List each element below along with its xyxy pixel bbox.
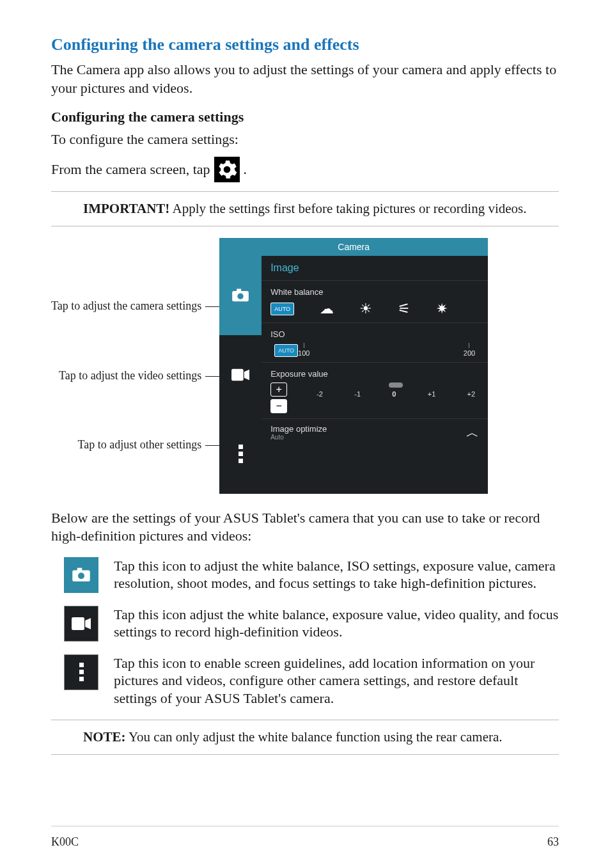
important-body: Apply the settings first before taking p…: [172, 201, 526, 216]
svg-marker-4: [244, 370, 249, 380]
iso-auto-badge[interactable]: AUTO: [274, 344, 298, 357]
ev-p1: +1: [428, 390, 436, 398]
ev-m1: -1: [354, 390, 361, 398]
section-title: Configuring the camera settings and effe…: [51, 35, 559, 54]
ev-p2: +2: [467, 390, 476, 398]
below-text: Below are the settings of your ASUS Tabl…: [51, 509, 559, 546]
incandescent-icon[interactable]: ✷: [436, 301, 448, 317]
sun-icon[interactable]: ☀: [359, 301, 372, 317]
to-configure: To configure the camera settings:: [51, 130, 559, 149]
svg-point-1: [238, 293, 244, 299]
optimize-sub: Auto: [270, 434, 327, 441]
iso-200[interactable]: 200: [464, 349, 475, 357]
svg-rect-7: [77, 568, 82, 571]
important-lead: IMPORTANT!: [83, 201, 169, 216]
wb-label: White balance: [270, 287, 479, 297]
note-callout: NOTE: You can only adjust the white bala…: [51, 720, 559, 755]
ev-plus-button[interactable]: +: [270, 383, 287, 397]
wb-auto-badge[interactable]: AUTO: [270, 303, 294, 315]
other-desc: Tap this icon to enable screen guideline…: [114, 654, 559, 707]
camera-desc: Tap this icon to adjust the white balanc…: [114, 557, 559, 592]
tab-camera[interactable]: [219, 256, 262, 335]
fluorescent-icon[interactable]: ⚟: [398, 301, 411, 317]
ev-label: Exposure value: [270, 369, 479, 379]
label-video: Tap to adjust the video settings: [59, 369, 201, 382]
iso-label: ISO: [270, 329, 479, 339]
ev-minus-button[interactable]: −: [270, 399, 287, 413]
chevron-up-icon[interactable]: ︿: [466, 424, 479, 441]
svg-rect-2: [237, 288, 241, 292]
tab-video[interactable]: [219, 335, 262, 414]
iso-100[interactable]: 100: [298, 349, 309, 357]
video-desc: Tap this icon adjust the white balance, …: [114, 606, 559, 641]
footer-left: K00C: [51, 835, 79, 849]
ev-m2: -2: [317, 390, 323, 398]
camera-settings-screenshot: Camera Image White balance AUTO ☁ ☀ ⚟: [219, 238, 488, 494]
svg-rect-3: [231, 368, 244, 381]
intro-text: The Camera app also allows you to adjust…: [51, 61, 559, 97]
label-camera: Tap to adjust the camera settings: [51, 299, 201, 312]
camera-icon: [64, 557, 98, 593]
period: .: [244, 161, 247, 178]
label-other: Tap to adjust other settings: [77, 438, 201, 451]
svg-marker-9: [85, 618, 91, 629]
optimize-label: Image optimize: [270, 424, 327, 434]
tab-other[interactable]: [219, 414, 262, 494]
sub-heading: Configuring the camera settings: [51, 109, 559, 125]
note-lead: NOTE:: [83, 729, 126, 745]
ev-0: 0: [392, 390, 396, 398]
screenshot-header: Camera: [219, 238, 488, 256]
ev-slider-thumb[interactable]: [389, 383, 403, 388]
note-body: You can only adjust the white balance fu…: [129, 729, 503, 745]
svg-rect-8: [72, 617, 84, 630]
other-icon: [64, 654, 98, 690]
page-number: 63: [547, 835, 559, 849]
gear-icon: [214, 157, 240, 182]
cloud-icon[interactable]: ☁: [320, 301, 334, 317]
important-callout: IMPORTANT! Apply the settings first befo…: [51, 191, 559, 226]
svg-point-6: [78, 572, 84, 579]
image-tab-label: Image: [270, 262, 479, 274]
from-screen-text: From the camera screen, tap: [51, 161, 210, 178]
video-icon: [64, 606, 98, 642]
